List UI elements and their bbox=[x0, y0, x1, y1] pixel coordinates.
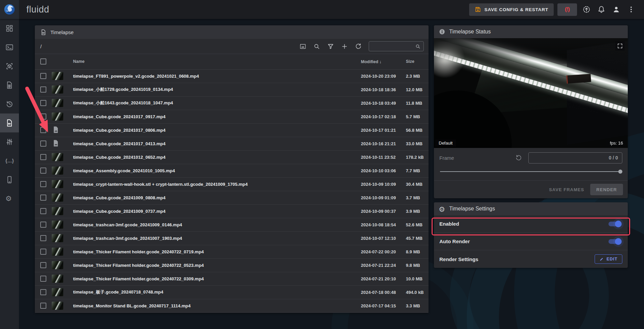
row-checkbox[interactable] bbox=[40, 276, 46, 282]
power-actions-icon[interactable] bbox=[582, 5, 591, 14]
sidebar-item-history[interactable] bbox=[0, 95, 19, 113]
file-size: 52.6 MB bbox=[406, 218, 429, 231]
enabled-toggle[interactable] bbox=[608, 221, 621, 227]
filter-icon[interactable] bbox=[327, 43, 334, 50]
frame-slider[interactable] bbox=[434, 168, 628, 176]
sidebar-item-settings[interactable]: ⚙ bbox=[0, 189, 19, 208]
file-thumbnail bbox=[52, 85, 63, 94]
file-row[interactable]: timelapse_Monitor Stand BL.gcode_2024071… bbox=[35, 299, 429, 312]
file-row[interactable]: timelapse_Cube.gcode_20241017_0806.mp420… bbox=[35, 123, 429, 137]
row-checkbox[interactable] bbox=[40, 113, 46, 120]
add-icon[interactable] bbox=[341, 43, 348, 50]
file-size: 45.7 MB bbox=[406, 231, 429, 245]
file-row[interactable]: timelapse_Cube.gcode_20241009_0808.mp420… bbox=[35, 191, 429, 204]
sidebar-item-gcode-preview[interactable] bbox=[0, 57, 19, 76]
file-row[interactable]: timelapse_Cube.gcode_20241009_0737.mp420… bbox=[35, 204, 429, 218]
account-icon[interactable] bbox=[612, 5, 620, 14]
file-thumbnail bbox=[52, 167, 63, 175]
file-row[interactable]: timelapse_Cube.gcode_20241012_0652.mp420… bbox=[35, 150, 429, 164]
save-config-restart-button[interactable]: SAVE CONFIG & RESTART bbox=[469, 3, 554, 16]
column-header-size[interactable]: Size bbox=[406, 54, 429, 69]
toggle-thumbnails-icon[interactable] bbox=[299, 43, 306, 50]
row-checkbox[interactable] bbox=[40, 141, 46, 147]
row-checkbox[interactable] bbox=[40, 235, 46, 241]
row-checkbox[interactable] bbox=[40, 100, 46, 106]
app-title: fluidd bbox=[26, 4, 49, 15]
save-frames-button[interactable]: SAVE FRAMES bbox=[549, 187, 584, 192]
fluidd-logo[interactable] bbox=[0, 0, 19, 19]
fullscreen-button[interactable] bbox=[615, 41, 625, 51]
file-row[interactable]: timelapse_Cube.gcode_20241017_0917.mp420… bbox=[35, 110, 429, 123]
file-row[interactable]: timelapse_Thicker Filament holder.gcode_… bbox=[35, 245, 429, 258]
file-modified: 2024-07-18 00:48 bbox=[361, 285, 406, 299]
auto-render-toggle[interactable] bbox=[608, 238, 621, 245]
file-image-icon bbox=[52, 139, 60, 147]
file-row[interactable]: timelapse_板子.gcode_20240718_0748.mp42024… bbox=[35, 285, 429, 299]
file-row[interactable]: timelapse_Thicker Filament holder.gcode_… bbox=[35, 272, 429, 285]
file-row[interactable]: timelapse_小船1729.gcode_20241019_0134.mp4… bbox=[35, 83, 429, 96]
file-thumbnail bbox=[52, 234, 63, 242]
file-search-input[interactable] bbox=[372, 44, 415, 49]
row-checkbox[interactable] bbox=[40, 303, 46, 309]
sidebar-item-timelapse[interactable] bbox=[0, 113, 19, 132]
column-header-modified[interactable]: Modified↓ bbox=[361, 54, 406, 69]
timelapse-icon bbox=[5, 119, 14, 127]
status-card-title: Timelapse Status bbox=[449, 29, 491, 35]
row-checkbox[interactable] bbox=[40, 208, 46, 214]
row-checkbox[interactable] bbox=[40, 195, 46, 201]
search-icon[interactable] bbox=[313, 43, 320, 50]
right-column: Timelapse Status Default fps: 16 Frame 0… bbox=[434, 25, 628, 268]
overflow-menu-icon[interactable] bbox=[627, 5, 635, 14]
row-checkbox[interactable] bbox=[40, 181, 46, 187]
sidebar-item-jobs[interactable] bbox=[0, 76, 19, 95]
sidebar-item-dashboard[interactable] bbox=[0, 19, 19, 38]
row-checkbox[interactable] bbox=[40, 168, 46, 174]
row-checkbox[interactable] bbox=[40, 249, 46, 255]
file-size: 33.0 MB bbox=[406, 137, 429, 150]
panel-title: Timelapse bbox=[50, 29, 74, 35]
refresh-icon[interactable] bbox=[355, 43, 362, 50]
row-checkbox[interactable] bbox=[40, 154, 46, 160]
file-row[interactable]: timelapse_Thicker Filament holder.gcode_… bbox=[35, 258, 429, 272]
file-name: timelapse_Assembly.gcode_20241010_1005.m… bbox=[73, 164, 361, 177]
emergency-stop-button[interactable]: (!) bbox=[557, 3, 577, 16]
slider-thumb[interactable] bbox=[618, 170, 622, 174]
sidebar-item-tune[interactable] bbox=[0, 132, 19, 151]
camera-name-badge: Default bbox=[435, 140, 456, 147]
file-row[interactable]: timelapse_trashcan-3mf.gcode_20241009_01… bbox=[35, 218, 429, 231]
row-checkbox[interactable] bbox=[40, 127, 46, 133]
file-modified: 2024-07-21 22:24 bbox=[361, 258, 406, 272]
frame-refresh-icon[interactable] bbox=[515, 154, 522, 161]
file-row[interactable]: timelapse_Assembly.gcode_20241010_1005.m… bbox=[35, 164, 429, 177]
file-name: timelapse_Cube.gcode_20241017_0413.mp4 bbox=[73, 137, 361, 150]
file-row[interactable]: timelapse_Cube.gcode_20241017_0413.mp420… bbox=[35, 137, 429, 150]
row-checkbox[interactable] bbox=[40, 73, 46, 79]
file-thumbnail bbox=[52, 153, 63, 161]
sidebar-item-system[interactable] bbox=[0, 170, 19, 189]
notifications-bell-icon[interactable] bbox=[597, 5, 605, 14]
column-header-name[interactable]: Name bbox=[73, 54, 361, 69]
sort-descending-icon: ↓ bbox=[379, 59, 382, 64]
row-checkbox[interactable] bbox=[40, 86, 46, 93]
render-button[interactable]: RENDER bbox=[590, 184, 623, 195]
select-all-checkbox[interactable] bbox=[40, 58, 46, 65]
fullscreen-icon bbox=[617, 43, 623, 49]
file-row[interactable]: timelapse_crypt-lantern-wall-hook.stl + … bbox=[35, 177, 429, 191]
row-checkbox[interactable] bbox=[40, 289, 46, 295]
pencil-icon bbox=[599, 257, 604, 261]
sidebar-item-console[interactable] bbox=[0, 38, 19, 57]
breadcrumb-path[interactable]: / bbox=[40, 44, 42, 49]
row-checkbox[interactable] bbox=[40, 262, 46, 268]
file-search-box bbox=[369, 41, 424, 51]
settings-icon: ⚙ bbox=[5, 195, 14, 203]
edit-render-settings-button[interactable]: EDIT bbox=[595, 254, 622, 264]
file-row[interactable]: timelapse_trashcan-3mf.gcode_20241007_19… bbox=[35, 231, 429, 245]
row-checkbox[interactable] bbox=[40, 222, 46, 228]
frame-input[interactable]: 0 / 0 bbox=[528, 152, 622, 163]
file-row[interactable]: timelapse_FT891_powerpole_v2.gcode_20241… bbox=[35, 69, 429, 83]
frame-label: Frame bbox=[439, 155, 454, 161]
file-row[interactable]: timelapse_小船1643.gcode_20241018_1047.mp4… bbox=[35, 96, 429, 110]
sidebar-item-configure[interactable]: {…} bbox=[0, 151, 19, 170]
file-modified: 2024-10-09 10:09 bbox=[361, 177, 406, 191]
content-save-icon bbox=[475, 6, 481, 13]
